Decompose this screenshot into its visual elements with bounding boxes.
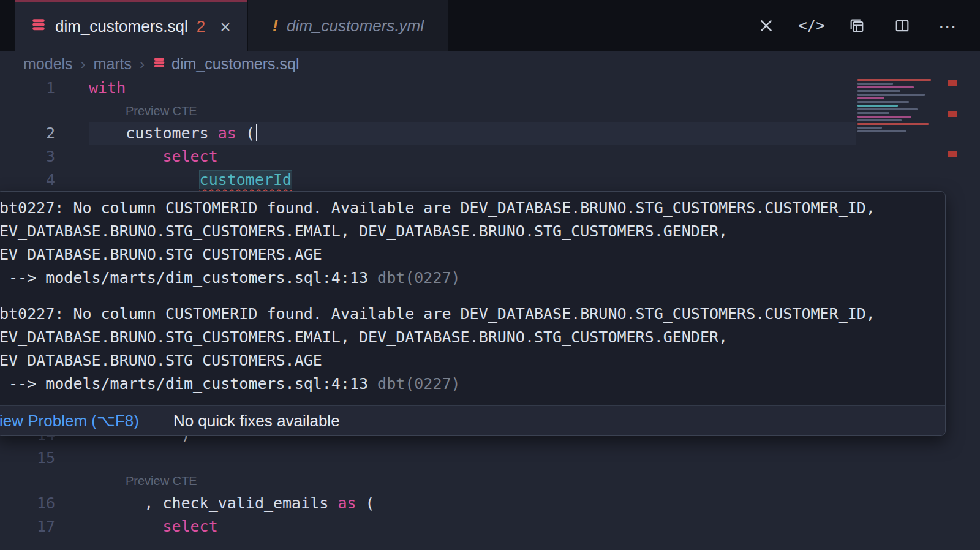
chevron-right-icon: › [140, 56, 145, 73]
compiled-code-icon[interactable]: </> [801, 15, 822, 36]
line-number: 3 [0, 145, 55, 168]
line-number: 15 [0, 446, 55, 470]
minimap-line [858, 79, 931, 81]
no-quick-fixes-text: No quick fixes available [173, 409, 340, 432]
error-source: dbt(0227) [377, 269, 460, 287]
tab-problem-badge: 2 [197, 17, 205, 36]
keyword-select: select [162, 148, 217, 165]
error-text: bt0227: No column CUSTOMERID found. Avai… [0, 197, 943, 220]
preview-cte-codelens[interactable]: Preview CTE [0, 100, 197, 122]
chevron-right-icon: › [81, 56, 86, 73]
minimap-line [858, 116, 911, 118]
tab-label: dim_customers.yml [287, 17, 424, 36]
minimap-line [858, 112, 889, 114]
code-editor[interactable]: 1 with Preview CTE 2 customers as ( 3 se… [0, 77, 980, 550]
line-number: 2 [0, 122, 55, 145]
code-line-2-current: 2 customers as ( [0, 122, 980, 145]
minimap-line [858, 130, 907, 132]
keyword-with: with [89, 79, 126, 97]
minimap-line [858, 97, 884, 99]
view-problem-link[interactable]: iew Problem (⌥F8) [0, 409, 139, 432]
error-location[interactable]: --> models/marts/dim_customers.sql:4:13 [9, 375, 377, 393]
warning-icon: ! [273, 16, 278, 36]
keyword-as: as [337, 494, 356, 512]
vscode-window: dim_customers.sql 2 × ! dim_customers.ym… [0, 0, 980, 550]
keyword-select: select [162, 518, 217, 535]
codelens-row: Preview CTE [0, 100, 980, 122]
minimap-line [858, 101, 909, 103]
error-location[interactable]: --> models/marts/dim_customers.sql:4:13 [9, 269, 377, 287]
tab-label: dim_customers.sql [55, 17, 188, 36]
breadcrumb-models[interactable]: models [23, 55, 73, 73]
minimap-line [858, 108, 918, 110]
minimap-line [858, 83, 893, 85]
error-location-row: --> models/marts/dim_customers.sql:4:13 … [0, 372, 943, 396]
dbt-file-icon [31, 17, 47, 37]
error-text: EV_DATABASE.BRUNO.STG_CUSTOMERS.AGE [0, 243, 943, 266]
overview-ruler-error-mark [948, 80, 957, 86]
editor-tab-bar: dim_customers.sql 2 × ! dim_customers.ym… [0, 0, 980, 51]
text-cursor [256, 124, 257, 141]
error-location-row: --> models/marts/dim_customers.sql:4:13 … [0, 266, 943, 290]
diagnostic-hover-popup: bt0227: No column CUSTOMERID found. Avai… [0, 191, 946, 436]
error-text: EV_DATABASE.BRUNO.STG_CUSTOMERS.AGE [0, 349, 943, 372]
line-number: 4 [0, 168, 55, 192]
popup-footer: iew Problem (⌥F8) No quick fixes availab… [0, 405, 945, 435]
dbt-file-icon [153, 55, 166, 73]
code-line-1: 1 with [0, 77, 980, 100]
copy-table-icon[interactable] [846, 15, 867, 36]
error-message-block: bt0227: No column CUSTOMERID found. Avai… [0, 197, 943, 296]
tab-dim-customers-sql[interactable]: dim_customers.sql 2 × [15, 0, 247, 51]
tab-dim-customers-yml[interactable]: ! dim_customers.yml [248, 0, 448, 51]
identifier-check-valid-emails: , check_valid_emails [144, 494, 337, 512]
keyword-as: as [218, 124, 236, 142]
error-text: EV_DATABASE.BRUNO.STG_CUSTOMERS.EMAIL, D… [0, 220, 943, 243]
identifier-customers: customers [126, 124, 218, 142]
error-text: EV_DATABASE.BRUNO.STG_CUSTOMERS.EMAIL, D… [0, 326, 943, 349]
error-source: dbt(0227) [377, 375, 460, 393]
more-actions-icon[interactable]: ⋯ [937, 15, 958, 36]
open-paren: ( [236, 124, 255, 142]
overview-ruler-error-mark [948, 151, 957, 157]
line-number: 16 [0, 492, 55, 515]
close-icon[interactable]: × [220, 17, 231, 37]
preview-cte-codelens[interactable]: Preview CTE [0, 470, 197, 492]
error-message-block: bt0227: No column CUSTOMERID found. Avai… [0, 296, 943, 402]
minimap-line [858, 105, 898, 107]
code-line-4: 4 customerId [0, 168, 980, 192]
code-line-15: 15 [0, 446, 980, 470]
breadcrumb: models › marts › dim_customers.sql [0, 51, 980, 77]
split-editor-icon[interactable] [892, 15, 913, 36]
code-line-17: 17 select [0, 515, 980, 538]
code-line-16: 16 , check_valid_emails as ( [0, 492, 980, 515]
breadcrumb-marts[interactable]: marts [94, 55, 132, 73]
minimap-line [858, 86, 914, 88]
minimap-line [858, 90, 900, 92]
error-text: bt0227: No column CUSTOMERID found. Avai… [0, 303, 943, 326]
codelens-row: Preview CTE [0, 470, 980, 492]
open-paren: ( [356, 494, 374, 512]
breadcrumb-file-label: dim_customers.sql [172, 55, 299, 73]
line-number: 1 [0, 77, 55, 100]
error-identifier-customerid[interactable]: customerId [200, 171, 292, 189]
line-number: 17 [0, 515, 55, 538]
dbt-power-user-icon[interactable] [756, 15, 777, 36]
breadcrumb-file[interactable]: dim_customers.sql [153, 55, 299, 73]
minimap-line [858, 127, 882, 129]
code-line-3: 3 select [0, 145, 980, 168]
editor-actions: </> ⋯ [756, 0, 980, 51]
minimap-line [858, 94, 925, 96]
popup-body: bt0227: No column CUSTOMERID found. Avai… [0, 192, 945, 402]
minimap-line [858, 123, 929, 125]
minimap-line [858, 119, 902, 121]
overview-ruler-error-mark [948, 111, 957, 117]
minimap[interactable] [858, 79, 944, 132]
